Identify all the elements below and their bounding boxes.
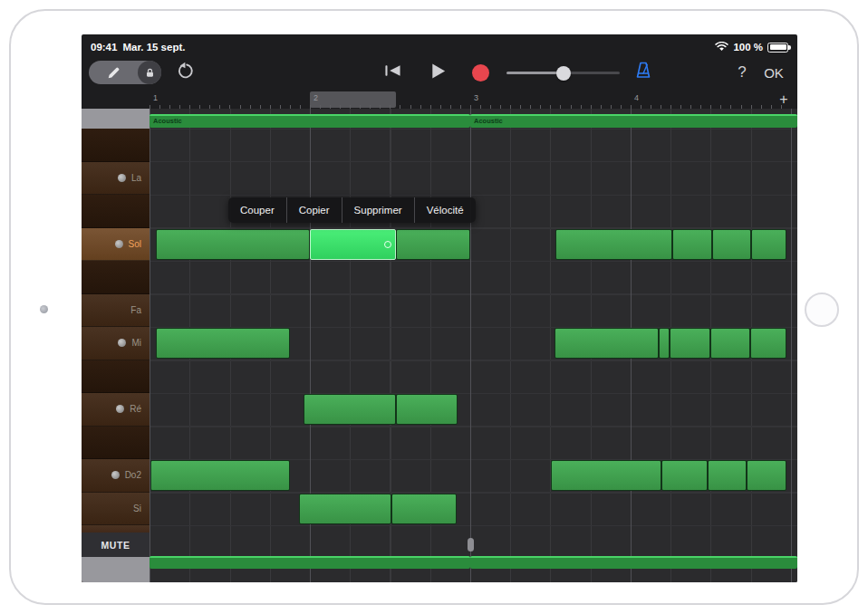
home-button[interactable] bbox=[805, 293, 839, 327]
piano-keys: LaSolFaMiRéDo2Si bbox=[82, 129, 149, 525]
key-label: Fa bbox=[130, 305, 141, 315]
region-strip-2[interactable]: Acoustic bbox=[470, 114, 797, 128]
midi-note-sol[interactable] bbox=[396, 229, 470, 260]
scroll-handle[interactable] bbox=[468, 538, 474, 552]
midi-note-sol[interactable] bbox=[751, 229, 786, 260]
note-context-menu: CouperCopierSupprimerVélocité bbox=[228, 197, 476, 223]
menu-item-copy[interactable]: Copier bbox=[286, 197, 342, 223]
key-label: Sol bbox=[129, 239, 141, 249]
midi-note-re[interactable] bbox=[304, 394, 396, 425]
rewind-button[interactable] bbox=[381, 62, 404, 82]
midi-note-sol-selected[interactable] bbox=[310, 229, 396, 260]
piano-key-si[interactable]: Si bbox=[82, 493, 149, 526]
battery-percent: 100 % bbox=[733, 42, 763, 53]
bar-line bbox=[470, 109, 471, 582]
mute-button[interactable]: MUTE bbox=[82, 532, 149, 557]
midi-note-mi[interactable] bbox=[670, 328, 710, 359]
bar-line bbox=[791, 109, 792, 582]
piano-key-partial[interactable] bbox=[82, 525, 149, 532]
region-label: Acoustic bbox=[470, 116, 797, 126]
help-button[interactable]: ? bbox=[730, 60, 754, 85]
ipad-frame: 09:41 Mar. 15 sept. 100 % bbox=[9, 9, 859, 605]
menu-item-velocity[interactable]: Vélocité bbox=[414, 197, 476, 223]
midi-note-mi[interactable] bbox=[659, 328, 670, 359]
midi-note-mi[interactable] bbox=[555, 328, 659, 359]
keys-footer-cell bbox=[82, 557, 149, 582]
piano-key-la-sharp[interactable] bbox=[82, 129, 149, 162]
midi-note-do2[interactable] bbox=[747, 460, 786, 491]
add-button[interactable]: + bbox=[776, 91, 792, 109]
battery-nub bbox=[788, 45, 791, 50]
midi-note-do2[interactable] bbox=[150, 460, 290, 491]
key-label: Ré bbox=[130, 404, 141, 414]
status-left: 09:41 Mar. 15 sept. bbox=[91, 42, 185, 53]
battery-fill bbox=[770, 44, 786, 50]
garageband-screen: 09:41 Mar. 15 sept. 100 % bbox=[82, 34, 797, 582]
midi-note-re[interactable] bbox=[396, 394, 458, 425]
slider-track-filled bbox=[506, 72, 564, 74]
status-right: 100 % bbox=[715, 42, 788, 53]
midi-note-sol[interactable] bbox=[156, 229, 310, 260]
record-icon bbox=[472, 64, 489, 82]
status-date: Mar. 15 sept. bbox=[122, 42, 185, 53]
midi-note-do2[interactable] bbox=[551, 460, 661, 491]
ruler-bar-number: 3 bbox=[474, 93, 478, 102]
note-grid[interactable]: Acoustic Acoustic CouperCopierSupprimerV… bbox=[149, 109, 797, 582]
edit-tool-button[interactable] bbox=[89, 61, 161, 84]
volume-slider[interactable] bbox=[506, 64, 620, 81]
piano-key-do-sharp[interactable] bbox=[82, 427, 149, 460]
menu-item-delete[interactable]: Supprimer bbox=[342, 197, 414, 223]
midi-note-sol[interactable] bbox=[672, 229, 712, 260]
key-dot-icon bbox=[116, 405, 124, 413]
piano-key-re[interactable]: Ré bbox=[82, 393, 149, 427]
ruler-bar-number: 4 bbox=[634, 93, 639, 102]
key-dot-icon bbox=[115, 240, 123, 248]
piano-key-fa-sharp[interactable] bbox=[82, 261, 149, 294]
bar-ruler[interactable]: 1234 + bbox=[149, 91, 797, 109]
piano-key-mi[interactable]: Mi bbox=[82, 327, 149, 360]
midi-note-do2[interactable] bbox=[708, 460, 747, 491]
page: 09:41 Mar. 15 sept. 100 % bbox=[0, 0, 868, 614]
camera-dot bbox=[40, 305, 48, 313]
record-button[interactable] bbox=[469, 62, 491, 83]
ok-button[interactable]: OK bbox=[757, 60, 790, 85]
metronome-button[interactable] bbox=[631, 61, 656, 84]
piano-key-la[interactable]: La bbox=[82, 162, 149, 196]
piano-key-do2[interactable]: Do2 bbox=[82, 459, 149, 493]
wifi-icon bbox=[715, 42, 728, 53]
lock-icon[interactable] bbox=[138, 61, 161, 84]
midi-note-sol[interactable] bbox=[555, 229, 672, 260]
key-dot-icon bbox=[118, 339, 126, 347]
midi-note-si[interactable] bbox=[391, 494, 457, 524]
pencil-icon bbox=[89, 66, 138, 80]
region-strip-bottom-1[interactable] bbox=[149, 556, 470, 569]
key-label: Do2 bbox=[125, 470, 141, 480]
midi-note-mi[interactable] bbox=[710, 328, 750, 359]
ruler-bar-number: 1 bbox=[153, 93, 158, 102]
key-label: Si bbox=[133, 504, 141, 513]
midi-note-si[interactable] bbox=[299, 494, 391, 524]
battery-icon bbox=[767, 43, 788, 53]
midi-note-mi[interactable] bbox=[750, 328, 786, 359]
midi-note-sol[interactable] bbox=[712, 229, 751, 260]
midi-note-do2[interactable] bbox=[661, 460, 708, 491]
undo-icon bbox=[176, 62, 195, 84]
status-time: 09:41 bbox=[91, 42, 117, 53]
piano-key-sol-sharp[interactable] bbox=[82, 195, 149, 228]
key-dot-icon bbox=[118, 174, 126, 182]
key-dot-icon bbox=[111, 471, 120, 479]
status-bar: 09:41 Mar. 15 sept. 100 % bbox=[82, 34, 797, 57]
menu-item-cut[interactable]: Couper bbox=[228, 197, 286, 223]
key-label: Mi bbox=[131, 338, 141, 348]
play-icon bbox=[429, 62, 448, 84]
play-button[interactable] bbox=[425, 60, 450, 85]
piano-key-re-sharp[interactable] bbox=[82, 360, 149, 394]
region-label: Acoustic bbox=[149, 116, 470, 126]
region-strip-1[interactable]: Acoustic bbox=[149, 114, 470, 128]
slider-thumb[interactable] bbox=[556, 66, 571, 81]
midi-note-mi[interactable] bbox=[156, 328, 290, 359]
region-strip-bottom-2[interactable] bbox=[470, 556, 797, 569]
undo-button[interactable] bbox=[172, 61, 198, 84]
piano-key-sol[interactable]: Sol bbox=[82, 228, 149, 262]
piano-key-fa[interactable]: Fa bbox=[82, 294, 149, 328]
